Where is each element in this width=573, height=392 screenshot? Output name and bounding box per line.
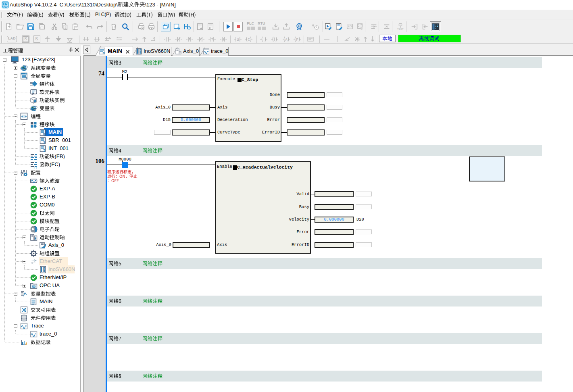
svg-text:A: A bbox=[285, 38, 288, 42]
svg-text:C: C bbox=[248, 38, 250, 42]
svg-text:TE|ST: TE|ST bbox=[397, 28, 404, 30]
svg-text:I: I bbox=[43, 149, 45, 152]
svg-text:AUTO: AUTO bbox=[2, 6, 8, 8]
svg-text:OPC: OPC bbox=[32, 286, 36, 288]
svg-text:M: M bbox=[43, 133, 45, 136]
svg-text:F: F bbox=[296, 38, 298, 42]
svg-text:S: S bbox=[237, 38, 239, 42]
svg-text:(): () bbox=[33, 166, 37, 169]
svg-text:M: M bbox=[103, 51, 105, 54]
svg-text:S: S bbox=[43, 141, 45, 144]
